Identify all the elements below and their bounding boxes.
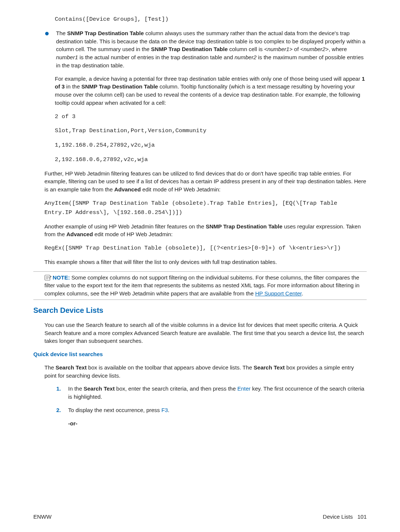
bullet-snmp: ● The SNMP Trap Destination Table column… <box>33 29 367 70</box>
code-contains: Contains([Device Groups], [Test]) <box>33 15 367 24</box>
paragraph-search: You can use the Search feature to search… <box>33 321 367 345</box>
page-footer: ENWW Device Lists 101 <box>33 513 367 521</box>
code-tooltip-2: Slot,Trap Destination,Port,Version,Commu… <box>33 126 367 135</box>
code-regex: RegEx([SNMP Trap Destination Table (obso… <box>33 244 367 253</box>
step-number-2: 2. <box>56 406 68 414</box>
ordered-list: 1. In the Search Text box, enter the sea… <box>33 385 367 414</box>
code-tooltip-3: 1,192.168.0.254,27892,v2c,wja <box>33 141 367 150</box>
bullet-dot-icon: ● <box>44 29 49 70</box>
code-tooltip-4: 2,192.168.0.6,27892,v2c,wja <box>33 155 367 164</box>
note-box: NOTE: Some complex columns do not suppor… <box>33 271 367 300</box>
code-anyitem: AnyItem([SNMP Trap Destination Table (ob… <box>33 199 367 217</box>
footer-right: Device Lists 101 <box>323 513 367 521</box>
bullet-paragraph-2: For example, a device having a potential… <box>33 75 367 107</box>
paragraph-example: This example shows a filter that will fi… <box>33 258 367 266</box>
paragraph-another: Another example of using HP Web Jetadmin… <box>33 222 367 239</box>
code-tooltip-1: 2 of 3 <box>33 112 367 121</box>
step-2: 2. To display the next occurrence, press… <box>56 406 367 414</box>
note-icon <box>44 274 52 281</box>
step-or: -or- <box>33 419 367 428</box>
bullet-paragraph-1: The SNMP Trap Destination Table column a… <box>56 29 367 70</box>
paragraph-further: Further, HP Web Jetadmin filtering featu… <box>33 170 367 194</box>
paragraph-quick: The Search Text box is available on the … <box>33 364 367 380</box>
note-label: NOTE: <box>53 274 70 281</box>
heading-quick-search: Quick device list searches <box>33 350 367 358</box>
step-number-1: 1. <box>56 385 68 401</box>
hp-support-link[interactable]: HP Support Center <box>255 290 302 297</box>
heading-search-device-lists: Search Device Lists <box>33 305 367 316</box>
step-1: 1. In the Search Text box, enter the sea… <box>56 385 367 401</box>
note-text: Some complex columns do not support filt… <box>44 274 360 297</box>
footer-left: ENWW <box>33 513 51 521</box>
